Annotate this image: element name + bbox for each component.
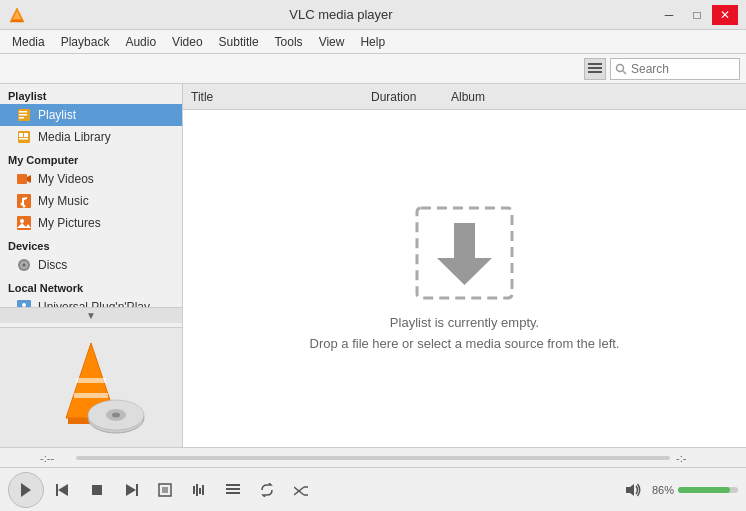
sidebar-item-media-library[interactable]: Media Library [0,126,182,148]
local-network-section-label: Local Network [0,276,182,296]
minimize-button[interactable]: ─ [656,5,682,25]
svg-rect-10 [19,114,27,116]
menu-playback[interactable]: Playback [53,33,118,51]
svg-rect-3 [588,63,602,65]
playlist-view-toggle[interactable] [584,58,606,80]
eq-button[interactable] [184,475,214,505]
window-title: VLC media player [26,7,656,22]
stop-icon [91,484,103,496]
fullscreen-button[interactable] [150,475,180,505]
playlist-area: Title Duration Album Playlist is current… [183,84,746,447]
playlist-section-label: Playlist [0,84,182,104]
column-duration: Duration [371,90,451,104]
svg-rect-55 [226,484,240,486]
search-input[interactable] [631,62,735,76]
menu-subtitle[interactable]: Subtitle [211,33,267,51]
content-area: Playlist Playlist [0,84,746,447]
sidebar-scroll-down[interactable]: ▼ [0,307,182,323]
my-pictures-label: My Pictures [38,216,101,230]
svg-rect-13 [19,133,23,137]
menu-help[interactable]: Help [352,33,393,51]
menu-audio[interactable]: Audio [117,33,164,51]
empty-line2: Drop a file here or select a media sourc… [310,334,620,355]
next-button[interactable] [116,475,146,505]
loop-icon [260,483,274,497]
volume-icon-button[interactable] [618,475,648,505]
svg-rect-51 [193,486,195,494]
svg-rect-9 [19,111,27,113]
sidebar-item-upnp[interactable]: Universal Plug'n'Play [0,296,182,307]
sidebar-thumbnail [0,327,182,447]
progress-right-time: -:- [676,452,706,464]
loop-button[interactable] [252,475,282,505]
discs-icon [16,257,32,273]
prev-button[interactable] [48,475,78,505]
svg-rect-56 [226,488,240,490]
my-videos-icon [16,171,32,187]
playlist-toggle-button[interactable] [218,475,248,505]
playlist-toggle-icon [226,483,240,497]
sidebar-item-my-pictures[interactable]: My Pictures [0,212,182,234]
volume-fill [678,487,730,493]
menu-tools[interactable]: Tools [267,33,311,51]
svg-rect-53 [199,488,201,494]
svg-rect-57 [226,492,240,494]
svg-point-26 [23,264,26,267]
controls-bar: 86% [0,467,746,511]
shuffle-icon [294,483,308,497]
my-videos-label: My Videos [38,172,94,186]
drop-zone-icon [412,203,517,303]
maximize-button[interactable]: □ [684,5,710,25]
volume-track[interactable] [678,487,738,493]
eq-icon [192,483,206,497]
svg-rect-5 [588,71,602,73]
play-button[interactable] [8,472,44,508]
svg-point-22 [20,219,24,223]
svg-point-39 [112,412,120,417]
progress-left-time: -:-- [40,452,70,464]
sidebar-item-my-music[interactable]: My Music [0,190,182,212]
upnp-icon [16,299,32,307]
list-icon [588,62,602,76]
svg-rect-14 [24,133,28,137]
menu-media[interactable]: Media [4,33,53,51]
playlist-icon [16,107,32,123]
vlc-icon [8,6,26,24]
playlist-header: Title Duration Album [183,84,746,110]
shuffle-button[interactable] [286,475,316,505]
next-icon [124,483,138,497]
svg-rect-16 [17,174,27,184]
svg-rect-34 [76,378,106,383]
main-layout: Playlist Playlist [0,54,746,511]
svg-line-7 [623,71,626,74]
my-pictures-icon [16,215,32,231]
svg-rect-11 [19,117,24,119]
column-title: Title [191,90,371,104]
column-album: Album [451,90,738,104]
prev-icon [56,483,70,497]
sidebar-item-my-videos[interactable]: My Videos [0,168,182,190]
menu-view[interactable]: View [311,33,353,51]
my-computer-section-label: My Computer [0,148,182,168]
my-music-label: My Music [38,194,89,208]
title-bar-left [8,6,26,24]
sidebar: Playlist Playlist [0,84,183,447]
empty-line1: Playlist is currently empty. [310,313,620,334]
svg-point-20 [23,205,26,208]
svg-rect-52 [196,484,198,496]
close-button[interactable]: ✕ [712,5,738,25]
menu-video[interactable]: Video [164,33,210,51]
progress-track[interactable] [76,456,670,460]
volume-icon [625,483,641,497]
sidebar-item-playlist[interactable]: Playlist [0,104,182,126]
menu-bar: Media Playback Audio Video Subtitle Tool… [0,30,746,54]
svg-rect-15 [19,138,28,140]
playlist-empty: Playlist is currently empty. Drop a file… [183,110,746,447]
svg-rect-41 [454,223,475,258]
search-box[interactable] [610,58,740,80]
sidebar-item-discs[interactable]: Discs [0,254,182,276]
progress-area[interactable]: -:-- -:- [0,447,746,467]
stop-button[interactable] [82,475,112,505]
svg-rect-47 [136,484,138,496]
vlc-thumbnail [26,333,156,443]
